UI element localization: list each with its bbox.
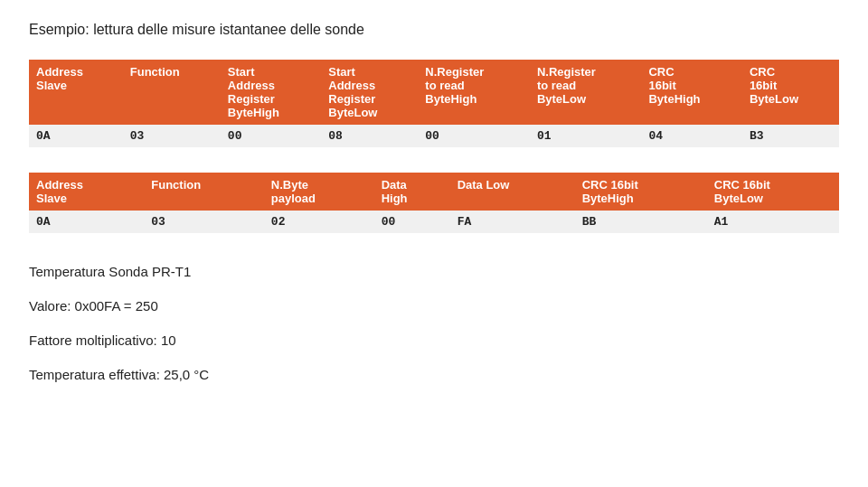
table2-cell-0: 0A [29, 211, 144, 233]
table2-header-2: N.Bytepayload [264, 173, 374, 211]
table1-cell-6: 04 [641, 125, 741, 147]
table1-header-3: StartAddressRegisterByteLow [321, 60, 418, 125]
table1-header-0: AddressSlave [29, 60, 123, 125]
table2-header-3: DataHigh [374, 173, 450, 211]
table1-header-6: CRC16bitByteHigh [641, 60, 741, 125]
fattore-label: Fattore moltiplicativo: 10 [29, 327, 839, 354]
table2-cell-5: BB [575, 211, 707, 233]
table1-cell-3: 08 [321, 125, 418, 147]
table2-cell-1: 03 [144, 211, 264, 233]
table2-header-1: Function [144, 173, 264, 211]
page-title: Esempio: lettura delle misure istantanee… [29, 22, 839, 38]
table1-header-4: N.Registerto readByteHigh [418, 60, 530, 125]
valore-label: Valore: 0x00FA = 250 [29, 293, 839, 320]
table1-cell-1: 03 [123, 125, 221, 147]
table1-header-5: N.Registerto readByteLow [530, 60, 642, 125]
table2-cell-6: A1 [707, 211, 839, 233]
table2-header-0: AddressSlave [29, 173, 144, 211]
table2-header-6: CRC 16bitByteLow [707, 173, 839, 211]
temperatura-effettiva-label: Temperatura effettiva: 25,0 °C [29, 361, 839, 389]
table1-header-1: Function [123, 60, 221, 125]
response-table: AddressSlaveFunctionN.BytepayloadDataHig… [29, 173, 839, 233]
table2-cell-2: 02 [264, 211, 374, 233]
table1-header-7: CRC16bitByteLow [742, 60, 839, 125]
request-table: AddressSlaveFunctionStartAddressRegister… [29, 60, 839, 147]
table2-header-5: CRC 16bitByteHigh [575, 173, 707, 211]
table1-cell-5: 01 [530, 125, 642, 147]
table1-cell-2: 00 [221, 125, 321, 147]
table1-cell-4: 00 [418, 125, 530, 147]
table2-header-4: Data Low [450, 173, 575, 211]
temperatura-sonda-label: Temperatura Sonda PR-T1 [29, 258, 839, 286]
table2-cell-4: FA [450, 211, 575, 233]
info-section: Temperatura Sonda PR-T1 Valore: 0x00FA =… [29, 258, 839, 389]
table1-cell-7: B3 [742, 125, 839, 147]
table1-header-2: StartAddressRegisterByteHigh [221, 60, 321, 125]
table1-cell-0: 0A [29, 125, 123, 147]
table2-cell-3: 00 [374, 211, 450, 233]
